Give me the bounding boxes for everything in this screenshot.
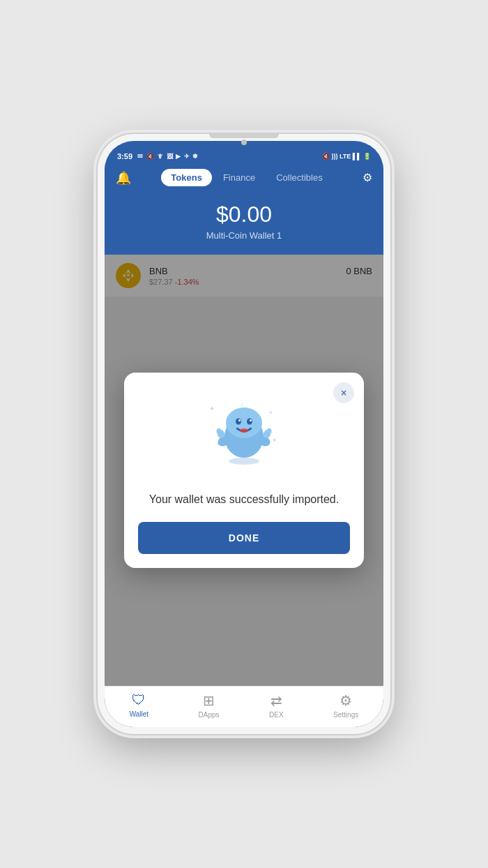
nav-wallet-label: Wallet bbox=[130, 710, 148, 718]
svg-text:✦: ✦ bbox=[209, 405, 215, 412]
bottom-nav: 🛡 Wallet ⊞ DApps ⇄ DEX ⚙ Settings bbox=[105, 686, 383, 727]
phone-camera bbox=[241, 140, 247, 145]
modal-overlay: × ✦ ✦ ✦ ✦ ✦ · · bbox=[105, 255, 383, 686]
modal-close-button[interactable]: × bbox=[333, 382, 354, 403]
bell-icon[interactable]: 🔔 bbox=[116, 170, 131, 186]
dapps-icon: ⊞ bbox=[203, 692, 215, 709]
status-time: 3:59 ✉ 🔇 🗡 🖼 ▶ ✈ ✾ bbox=[117, 152, 199, 160]
phone-screen: 3:59 ✉ 🔇 🗡 🖼 ▶ ✈ ✾ 🔇 ))) LTE ▌▌ 🔋 🔔 Toke… bbox=[105, 141, 383, 727]
nav-settings[interactable]: ⚙ Settings bbox=[333, 692, 358, 719]
svg-text:✦: ✦ bbox=[241, 403, 244, 407]
svg-text:✦: ✦ bbox=[268, 410, 273, 416]
modal-mascot: ✦ ✦ ✦ ✦ ✦ · · bbox=[138, 394, 350, 477]
mascot-illustration: ✦ ✦ ✦ ✦ ✦ · · bbox=[202, 394, 286, 477]
tab-collectibles[interactable]: Collectibles bbox=[266, 169, 332, 186]
svg-point-18 bbox=[240, 428, 248, 433]
nav-wallet[interactable]: 🛡 Wallet bbox=[130, 692, 148, 719]
nav-dapps-label: DApps bbox=[199, 711, 220, 719]
nav-dex[interactable]: ⇄ DEX bbox=[269, 692, 284, 719]
main-content: BNB 0 BNB $27.37 -1.34% bbox=[105, 255, 383, 686]
done-button[interactable]: DONE bbox=[138, 522, 350, 554]
settings-icon: ⚙ bbox=[340, 692, 352, 709]
nav-settings-label: Settings bbox=[333, 711, 358, 719]
balance-amount: $0.00 bbox=[105, 202, 383, 227]
svg-point-15 bbox=[247, 419, 252, 425]
tab-finance[interactable]: Finance bbox=[213, 169, 265, 186]
wallet-balance-section: $0.00 Multi-Coin Wallet 1 bbox=[105, 190, 383, 255]
svg-text:·: · bbox=[223, 421, 224, 426]
nav-dapps[interactable]: ⊞ DApps bbox=[199, 692, 220, 719]
svg-point-25 bbox=[229, 458, 259, 465]
nav-tabs: 🔔 Tokens Finance Collectibles ⚙ bbox=[105, 163, 383, 190]
wallet-icon: 🛡 bbox=[132, 692, 146, 708]
phone-notch bbox=[209, 134, 279, 138]
svg-point-14 bbox=[236, 419, 241, 425]
svg-point-21 bbox=[217, 428, 222, 434]
phone-frame: 3:59 ✉ 🔇 🗡 🖼 ▶ ✈ ✾ 🔇 ))) LTE ▌▌ 🔋 🔔 Toke… bbox=[98, 134, 390, 734]
filter-icon[interactable]: ⚙ bbox=[363, 171, 372, 184]
modal-message: Your wallet was successfully imported. bbox=[138, 491, 350, 508]
svg-point-24 bbox=[267, 428, 272, 434]
svg-text:✦: ✦ bbox=[272, 437, 277, 444]
status-icons: 🔇 ))) LTE ▌▌ 🔋 bbox=[322, 153, 371, 160]
svg-point-17 bbox=[250, 419, 252, 421]
dex-icon: ⇄ bbox=[270, 692, 282, 709]
svg-point-16 bbox=[238, 419, 241, 421]
wallet-name: Multi-Coin Wallet 1 bbox=[105, 230, 383, 241]
status-bar: 3:59 ✉ 🔇 🗡 🖼 ▶ ✈ ✾ 🔇 ))) LTE ▌▌ 🔋 bbox=[105, 145, 383, 163]
svg-text:·: · bbox=[265, 425, 266, 429]
nav-dex-label: DEX bbox=[269, 711, 284, 719]
success-modal: × ✦ ✦ ✦ ✦ ✦ · · bbox=[124, 373, 364, 568]
svg-point-13 bbox=[226, 407, 262, 438]
tab-tokens[interactable]: Tokens bbox=[161, 169, 212, 186]
tabs-group: Tokens Finance Collectibles bbox=[161, 169, 332, 186]
